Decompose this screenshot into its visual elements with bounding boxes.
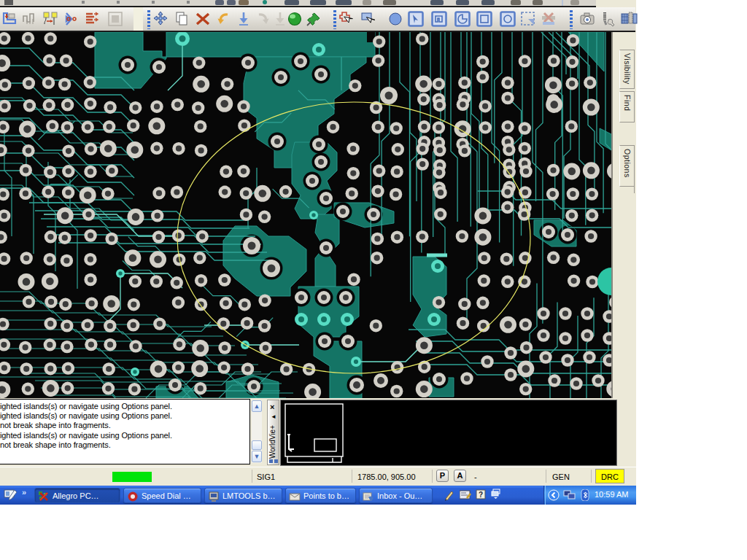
svg-text:?: ? [479, 491, 483, 499]
